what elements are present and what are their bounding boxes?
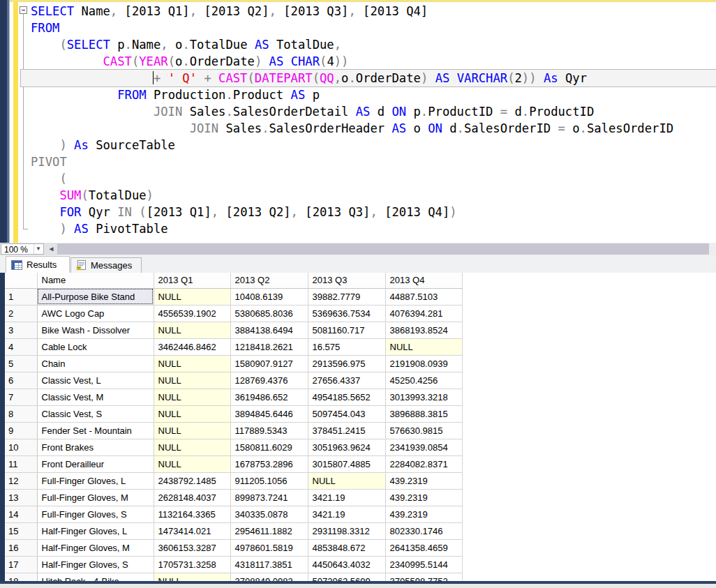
grid-cell[interactable]: NULL bbox=[154, 573, 230, 581]
row-header[interactable]: 3 bbox=[5, 322, 37, 338]
column-header[interactable]: Name bbox=[37, 273, 154, 288]
row-header[interactable]: 10 bbox=[5, 439, 37, 455]
grid-cell[interactable]: 5081160.717 bbox=[308, 322, 385, 338]
grid-cell[interactable]: 117889.5343 bbox=[230, 422, 308, 439]
grid-cell[interactable]: 16.575 bbox=[308, 338, 385, 355]
grid-cell[interactable]: 2341939.0854 bbox=[385, 439, 462, 455]
grid-cell[interactable]: 3013993.3218 bbox=[385, 389, 462, 405]
grid-cell[interactable]: 802330.1746 bbox=[385, 522, 462, 539]
grid-cell[interactable]: NULL bbox=[385, 338, 462, 355]
grid-cell[interactable]: 378451.2415 bbox=[308, 422, 385, 439]
grid-cell[interactable]: Bike Wash - Dissolver bbox=[37, 322, 154, 338]
grid-cell[interactable]: NULL bbox=[154, 455, 230, 472]
grid-cell[interactable]: 3708849.0983 bbox=[230, 573, 308, 581]
grid-cell[interactable]: 4954185.5652 bbox=[308, 389, 385, 405]
grid-corner-header[interactable] bbox=[5, 273, 37, 288]
grid-cell[interactable]: 2628148.4037 bbox=[154, 489, 230, 506]
grid-cell[interactable]: 3421.19 bbox=[308, 489, 385, 506]
grid-cell[interactable]: 2340995.5144 bbox=[385, 556, 462, 573]
grid-cell[interactable]: 4318117.3851 bbox=[230, 556, 308, 573]
grid-cell[interactable]: NULL bbox=[154, 389, 230, 405]
grid-cell[interactable]: 128769.4376 bbox=[230, 372, 308, 389]
row-header[interactable]: 4 bbox=[5, 338, 37, 355]
grid-cell[interactable]: 4853848.672 bbox=[308, 539, 385, 556]
grid-cell[interactable]: 1705731.3258 bbox=[154, 556, 230, 573]
grid-cell[interactable]: 10408.6139 bbox=[230, 288, 308, 305]
column-header[interactable]: 2013 Q3 bbox=[308, 273, 385, 288]
grid-cell[interactable]: Half-Finger Gloves, M bbox=[37, 539, 154, 556]
grid-cell[interactable]: Front Derailleur bbox=[37, 455, 154, 472]
row-header[interactable]: 15 bbox=[5, 522, 37, 539]
row-header[interactable]: 2 bbox=[5, 305, 37, 322]
chevron-down-icon[interactable]: ▼ bbox=[33, 244, 43, 254]
grid-cell[interactable]: 4076394.281 bbox=[385, 305, 462, 322]
grid-cell[interactable]: 1473414.021 bbox=[154, 522, 230, 539]
grid-cell[interactable]: AWC Logo Cap bbox=[37, 305, 154, 322]
grid-cell[interactable]: 2931198.3312 bbox=[308, 522, 385, 539]
grid-cell[interactable]: 911205.1056 bbox=[230, 472, 308, 489]
grid-cell[interactable]: 44887.5103 bbox=[385, 288, 462, 305]
sql-editor[interactable]: SELECT Name, [2013 Q1], [2013 Q2], [2013… bbox=[0, 0, 716, 243]
grid-cell[interactable]: 3619486.652 bbox=[230, 389, 308, 405]
grid-cell[interactable]: 2641358.4659 bbox=[385, 539, 462, 556]
row-header[interactable]: 6 bbox=[5, 372, 37, 389]
outline-collapse-toggle-icon[interactable] bbox=[20, 6, 27, 14]
grid-cell[interactable]: 3884138.6494 bbox=[230, 322, 308, 338]
grid-cell[interactable]: 3462446.8462 bbox=[154, 338, 230, 355]
grid-cell[interactable]: 39882.7779 bbox=[308, 288, 385, 305]
grid-cell[interactable]: Cable Lock bbox=[37, 338, 154, 355]
grid-cell[interactable]: 5380685.8036 bbox=[230, 305, 308, 322]
grid-cell[interactable]: 340335.0878 bbox=[230, 506, 308, 522]
grid-cell[interactable]: 3421.19 bbox=[308, 506, 385, 522]
grid-cell[interactable]: 3896888.3815 bbox=[385, 405, 462, 422]
selected-cell[interactable]: All-Purpose Bike Stand bbox=[37, 288, 154, 305]
column-header[interactable]: 2013 Q1 bbox=[154, 273, 230, 288]
tab-results[interactable]: Results bbox=[6, 256, 70, 273]
grid-cell[interactable]: NULL bbox=[154, 405, 230, 422]
grid-cell[interactable]: 5097454.043 bbox=[308, 405, 385, 422]
grid-cell[interactable]: NULL bbox=[154, 422, 230, 439]
row-header[interactable]: 16 bbox=[5, 539, 37, 556]
grid-cell[interactable]: 1678753.2896 bbox=[230, 455, 308, 472]
grid-cell[interactable]: 2191908.0939 bbox=[385, 355, 462, 372]
grid-cell[interactable]: Chain bbox=[37, 355, 154, 372]
grid-cell[interactable]: NULL bbox=[154, 372, 230, 389]
grid-cell[interactable]: Half-Finger Gloves, S bbox=[37, 556, 154, 573]
grid-cell[interactable]: 45250.4256 bbox=[385, 372, 462, 389]
horizontal-scrollbar-track[interactable] bbox=[57, 243, 716, 255]
zoom-level-select[interactable]: 100 % ▼ bbox=[1, 243, 44, 255]
grid-cell[interactable]: 5369636.7534 bbox=[308, 305, 385, 322]
grid-cell[interactable]: NULL bbox=[154, 355, 230, 372]
tab-messages[interactable]: Messages bbox=[70, 257, 142, 273]
grid-cell[interactable]: 2913596.975 bbox=[308, 355, 385, 372]
grid-cell[interactable]: 4978601.5819 bbox=[230, 539, 308, 556]
grid-cell[interactable]: 2438792.1485 bbox=[154, 472, 230, 489]
row-header[interactable]: 18 bbox=[5, 573, 37, 581]
grid-cell[interactable]: 3606153.3287 bbox=[154, 539, 230, 556]
grid-cell[interactable]: 27656.4337 bbox=[308, 372, 385, 389]
grid-cell[interactable]: Full-Finger Gloves, M bbox=[37, 489, 154, 506]
row-header[interactable]: 7 bbox=[5, 389, 37, 405]
grid-cell[interactable]: 439.2319 bbox=[385, 489, 462, 506]
grid-cell[interactable]: Front Brakes bbox=[37, 439, 154, 455]
grid-cell[interactable]: 2954611.1882 bbox=[230, 522, 308, 539]
row-header[interactable]: 13 bbox=[5, 489, 37, 506]
row-header[interactable]: 14 bbox=[5, 506, 37, 522]
grid-cell[interactable]: 3051963.9624 bbox=[308, 439, 385, 455]
grid-cell[interactable]: Full-Finger Gloves, S bbox=[37, 506, 154, 522]
grid-cell[interactable]: Hitch Rack - 4-Bike bbox=[37, 573, 154, 581]
grid-cell[interactable]: Classic Vest, S bbox=[37, 405, 154, 422]
grid-cell[interactable]: 1580907.9127 bbox=[230, 355, 308, 372]
column-header[interactable]: 2013 Q2 bbox=[230, 273, 308, 288]
row-header[interactable]: 9 bbox=[5, 422, 37, 439]
grid-cell[interactable]: NULL bbox=[308, 472, 385, 489]
grid-cell[interactable]: 1132164.3365 bbox=[154, 506, 230, 522]
row-header[interactable]: 17 bbox=[5, 556, 37, 573]
row-header[interactable]: 8 bbox=[5, 405, 37, 422]
grid-cell[interactable]: Classic Vest, M bbox=[37, 389, 154, 405]
grid-cell[interactable]: NULL bbox=[154, 439, 230, 455]
grid-cell[interactable]: 3705598.7752 bbox=[385, 573, 462, 581]
grid-cell[interactable]: NULL bbox=[154, 322, 230, 338]
grid-cell[interactable]: Half-Finger Gloves, L bbox=[37, 522, 154, 539]
row-header[interactable]: 12 bbox=[5, 472, 37, 489]
